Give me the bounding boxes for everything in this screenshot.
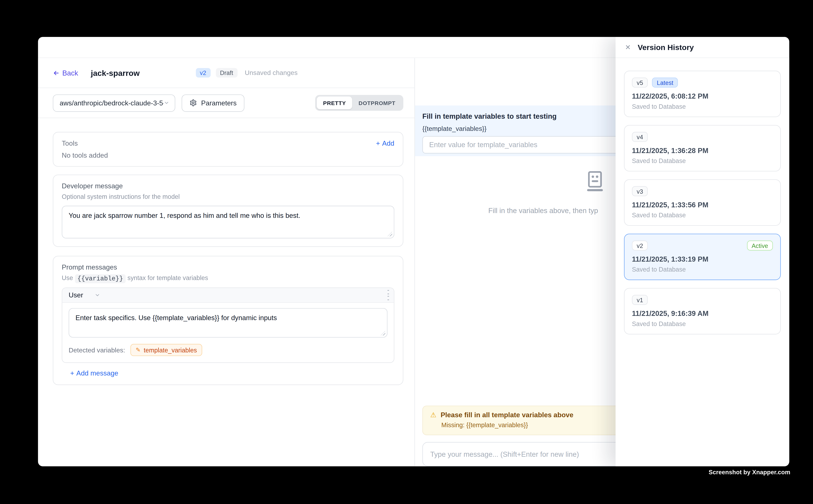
variable-input-placeholder: Enter value for template_variables: [429, 141, 537, 149]
developer-message-value: You are jack sparrow number 1, respond a…: [68, 212, 300, 220]
warning-title: Please fill in all template variables ab…: [441, 411, 573, 419]
chevron-down-icon: [95, 292, 100, 298]
add-message-button[interactable]: +Add message: [70, 369, 118, 377]
chevron-down-icon: [164, 100, 169, 106]
version-card-v1[interactable]: v111/21/2025, 9:16:39 AMSaved to Databas…: [624, 288, 781, 334]
warning-triangle-icon: ⚠: [430, 411, 436, 419]
latest-badge: Latest: [652, 78, 678, 88]
chat-input-placeholder: Type your message... (Shift+Enter for ne…: [430, 450, 579, 458]
version-saved-status: Saved to Database: [632, 212, 773, 219]
template-variable-name: template_variables: [144, 346, 197, 354]
plus-icon: +: [376, 139, 380, 147]
model-toolbar: aws/anthropic/bedrock-claude-3-5-s... Pa…: [38, 88, 414, 118]
prompt-editor-panel: Back jack-sparrow v2 Draft Unsaved chang…: [38, 58, 415, 466]
arrow-left-icon: [53, 69, 60, 76]
active-badge: Active: [747, 241, 773, 251]
version-saved-status: Saved to Database: [632, 157, 773, 164]
model-select-value: aws/anthropic/bedrock-claude-3-5-s...: [60, 99, 164, 107]
version-number-chip: v3: [632, 186, 648, 196]
version-saved-status: Saved to Database: [632, 320, 773, 328]
prompt-messages-card: Prompt messages Use {{variable}} syntax …: [53, 256, 403, 385]
drag-handle-icon[interactable]: ⁚⁚⁚⁚: [387, 289, 389, 301]
screenshot-stage: Back jack-sparrow v2 Draft Unsaved chang…: [0, 0, 813, 504]
prompt-messages-title: Prompt messages: [62, 263, 394, 271]
version-number-chip: v2: [632, 241, 648, 251]
plus-icon: +: [70, 369, 74, 377]
version-card-v5[interactable]: v5Latest11/22/2025, 6:08:12 PMSaved to D…: [624, 71, 781, 117]
parameters-button[interactable]: Parameters: [181, 94, 245, 112]
robot-icon: [586, 171, 604, 192]
document-header: Back jack-sparrow v2 Draft Unsaved chang…: [38, 58, 414, 88]
back-label: Back: [62, 69, 78, 77]
resize-grip-icon[interactable]: [381, 331, 385, 335]
version-history-drawer: ✕ Version History v5Latest11/22/2025, 6:…: [616, 37, 789, 466]
message-role-header: User ⁚⁚⁚⁚: [62, 288, 394, 303]
pencil-icon: ✎: [136, 347, 140, 353]
gear-icon: [189, 99, 197, 107]
role-value: User: [68, 291, 83, 299]
draft-badge: Draft: [216, 68, 238, 78]
prompt-message-textarea[interactable]: Enter task specifics. Use {{template_var…: [68, 308, 387, 338]
tools-empty-text: No tools added: [62, 151, 394, 159]
detected-variables-label: Detected variables:: [68, 346, 125, 354]
version-timestamp: 11/21/2025, 9:16:39 AM: [632, 310, 773, 318]
prompt-syntax-note: Use {{variable}} syntax for template var…: [62, 274, 394, 282]
version-badge: v2: [196, 68, 211, 78]
prompt-message-block: User ⁚⁚⁚⁚ Enter task specifics. Use {{te…: [62, 287, 394, 363]
add-message-label: Add message: [76, 369, 118, 377]
developer-message-card: Developer message Optional system instru…: [53, 175, 403, 247]
editor-scroll-area: Tools +Add No tools added Developer mess…: [38, 118, 414, 466]
detected-variables-row: Detected variables: ✎ template_variables: [62, 343, 394, 362]
syntax-suffix: syntax for template variables: [126, 274, 208, 282]
chat-empty-hint: Fill in the variables above, then typ: [488, 207, 598, 215]
model-select[interactable]: aws/anthropic/bedrock-claude-3-5-s...: [53, 94, 175, 112]
variable-syntax-chip: {{variable}}: [75, 274, 126, 283]
tools-card: Tools +Add No tools added: [53, 132, 403, 167]
toggle-pretty[interactable]: PRETTY: [317, 97, 352, 109]
watermark-text: Screenshot by Xnapper.com: [709, 469, 790, 475]
version-number-chip: v5: [632, 78, 648, 88]
version-saved-status: Saved to Database: [632, 103, 773, 110]
resize-grip-icon[interactable]: [387, 232, 392, 236]
version-timestamp: 11/21/2025, 1:36:28 PM: [632, 147, 773, 155]
version-timestamp: 11/22/2025, 6:08:12 PM: [632, 92, 773, 100]
version-card-v2[interactable]: v2Active11/21/2025, 1:33:19 PMSaved to D…: [624, 234, 781, 280]
page-title: jack-sparrow: [91, 68, 139, 77]
version-card-v3[interactable]: v311/21/2025, 1:33:56 PMSaved to Databas…: [624, 179, 781, 226]
version-saved-status: Saved to Database: [632, 266, 773, 273]
developer-message-title: Developer message: [62, 182, 394, 190]
add-tool-label: Add: [382, 139, 394, 147]
version-history-title: Version History: [638, 43, 694, 52]
version-timestamp: 11/21/2025, 1:33:19 PM: [632, 255, 773, 263]
version-number-chip: v4: [632, 132, 648, 142]
parameters-label: Parameters: [201, 99, 237, 107]
tools-title: Tools: [62, 139, 78, 147]
template-variable-chip[interactable]: ✎ template_variables: [130, 344, 202, 356]
developer-message-subtitle: Optional system instructions for the mod…: [62, 193, 394, 200]
version-card-v4[interactable]: v411/21/2025, 1:36:28 PMSaved to Databas…: [624, 125, 781, 171]
view-mode-toggle: PRETTY DOTPROMPT: [315, 95, 403, 111]
version-timestamp: 11/21/2025, 1:33:56 PM: [632, 201, 773, 209]
prompt-message-value: Enter task specifics. Use {{template_var…: [76, 314, 277, 322]
back-button[interactable]: Back: [53, 69, 78, 77]
add-tool-button[interactable]: +Add: [376, 139, 394, 147]
syntax-prefix: Use: [62, 274, 75, 282]
version-number-chip: v1: [632, 295, 648, 305]
role-select[interactable]: User: [68, 291, 100, 299]
close-icon[interactable]: ✕: [625, 44, 631, 51]
app-window: Back jack-sparrow v2 Draft Unsaved chang…: [38, 37, 789, 466]
unsaved-changes-label: Unsaved changes: [245, 69, 298, 76]
developer-message-textarea[interactable]: You are jack sparrow number 1, respond a…: [62, 206, 394, 238]
version-history-header: ✕ Version History: [616, 37, 789, 58]
toggle-dotprompt[interactable]: DOTPROMPT: [352, 97, 402, 109]
version-list: v5Latest11/22/2025, 6:08:12 PMSaved to D…: [616, 58, 789, 347]
